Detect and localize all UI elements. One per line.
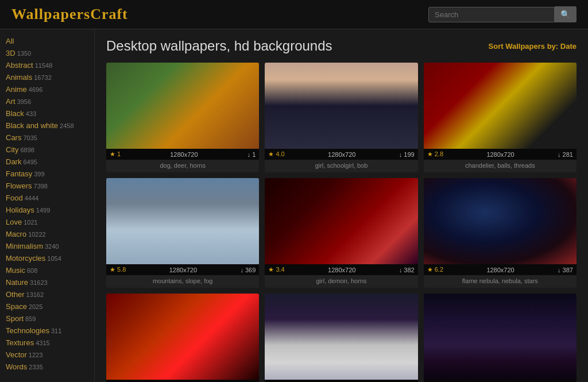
wallpaper-thumb (265, 178, 417, 264)
wallpaper-thumb (424, 294, 577, 380)
sidebar-item-label: Words (6, 362, 27, 371)
gallery-item[interactable]: ★ 5.81280x720↓ 275boy, angel, halo (265, 294, 417, 382)
sidebar-item-count: 6495 (23, 159, 37, 165)
sidebar-item-3d[interactable]: 3D1350 (0, 47, 94, 59)
sidebar-item-label: City (6, 145, 18, 154)
sidebar-item-label: Food (6, 194, 23, 202)
sidebar-item-label: Vector (6, 350, 27, 359)
sidebar-item-macro[interactable]: Macro10222 (0, 228, 94, 240)
sidebar-item-label: Abstract (6, 61, 33, 70)
search-button[interactable]: 🔍 (555, 6, 577, 22)
sidebar-item-blackwhite[interactable]: Black and white2458 (0, 119, 94, 132)
sidebar-item-count: 13162 (26, 291, 44, 298)
gallery-item[interactable]: ★ 11280x720↓ 1dog, deer, horns (106, 63, 259, 172)
search-container: 🔍 (428, 6, 577, 22)
sidebar-item-label: Black (6, 109, 24, 118)
sidebar-item-food[interactable]: Food4444 (0, 192, 94, 204)
wallpaper-thumb (106, 63, 259, 149)
sidebar-item-label: Animals (6, 73, 32, 82)
sidebar-item-all[interactable]: All (0, 35, 94, 47)
sort-value[interactable]: Date (560, 42, 577, 51)
search-input[interactable] (428, 7, 555, 22)
item-description: girl, demon, horns (265, 275, 417, 288)
sidebar-item-nature[interactable]: Nature31623 (0, 276, 94, 288)
item-views: ↓ 387 (558, 267, 573, 273)
sidebar-item-label: Anime (6, 85, 27, 94)
thumb-bg (424, 178, 577, 264)
sidebar-item-vector[interactable]: Vector1223 (0, 349, 94, 361)
sidebar-item-minimalism[interactable]: Minimalism3240 (0, 240, 94, 252)
sidebar-item-other[interactable]: Other13162 (0, 288, 94, 300)
sidebar-item-art[interactable]: Art3956 (0, 95, 94, 107)
gallery-item[interactable]: ★ 4.01280x720↓ 199girl, schoolgirl, bob (265, 63, 417, 172)
gallery-item[interactable]: ★ 5.81280x720↓ 588forest, trees, silhoue… (424, 294, 577, 382)
sidebar-item-dark[interactable]: Dark6495 (0, 156, 94, 168)
thumb-bg (424, 294, 577, 380)
thumb-bg (424, 63, 577, 149)
sidebar-item-textures[interactable]: Textures4315 (0, 337, 94, 349)
thumb-bg (265, 178, 417, 264)
sidebar-item-label: Space (6, 302, 27, 311)
sort-label-text: Sort Wallpapers by: (489, 42, 559, 51)
item-meta: ★ 4.01280x720↓ 199 (265, 149, 417, 160)
item-description: flame nebula, nebula, stars (424, 275, 577, 288)
sidebar-item-animals[interactable]: Animals16732 (0, 71, 94, 83)
item-description: mountains, slope, fog (106, 275, 259, 288)
sidebar-item-motorcycles[interactable]: Motorcycles1054 (0, 252, 94, 264)
gallery-item[interactable]: ★ 6.21280x720↓ 387flame nebula, nebula, … (424, 178, 577, 288)
gallery-item[interactable]: ★ 2.81280x720↓ 281chandelier, balls, thr… (424, 63, 577, 172)
sidebar: All3D1350Abstract11548Animals16732Anime4… (0, 29, 95, 382)
thumb-bg (106, 63, 259, 149)
sidebar-item-count: 2335 (29, 364, 42, 371)
item-rating: ★ 5.8 (110, 266, 126, 273)
item-meta: ★ 5.81280x720↓ 275 (265, 380, 417, 382)
wallpaper-thumb (106, 294, 259, 380)
sidebar-item-sport[interactable]: Sport859 (0, 312, 94, 325)
wallpaper-thumb (265, 63, 417, 149)
sidebar-item-count: 1054 (47, 255, 61, 262)
sidebar-item-flowers[interactable]: Flowers7398 (0, 180, 94, 192)
header: WallpapersCraft 🔍 (0, 0, 588, 29)
sidebar-item-count: 2025 (29, 303, 42, 310)
gallery-item[interactable]: ★ 3.41280x720↓ 382girl, demon, horns (265, 178, 417, 288)
sidebar-item-city[interactable]: City6898 (0, 144, 94, 156)
sidebar-item-label: Holidays (6, 206, 34, 214)
item-views: ↓ 382 (399, 267, 415, 273)
item-resolution: 1280x720 (170, 151, 198, 158)
sidebar-item-fantasy[interactable]: Fantasy399 (0, 168, 94, 180)
sidebar-item-count: 1021 (24, 219, 37, 226)
sidebar-item-black[interactable]: Black433 (0, 107, 94, 119)
sidebar-item-count: 2458 (60, 122, 74, 129)
sidebar-item-abstract[interactable]: Abstract11548 (0, 59, 94, 71)
gallery-item[interactable]: ★ 4.01280x720↓ 472poinsettia, flowers, l… (106, 294, 259, 382)
sidebar-item-love[interactable]: Love1021 (0, 216, 94, 228)
sidebar-item-count: 6898 (20, 146, 34, 153)
item-rating: ★ 3.4 (268, 266, 284, 273)
sort-info: Sort Wallpapers by: Date (489, 42, 577, 51)
item-rating: ★ 6.2 (427, 266, 443, 273)
sidebar-item-count: 16732 (34, 74, 52, 81)
main-content: Desktop wallpapers, hd backgrounds Sort … (95, 29, 588, 382)
sidebar-item-cars[interactable]: Cars7035 (0, 132, 94, 144)
wallpaper-thumb (106, 178, 259, 264)
sidebar-item-words[interactable]: Words2335 (0, 361, 94, 373)
main-header: Desktop wallpapers, hd backgrounds Sort … (106, 38, 577, 54)
gallery: ★ 11280x720↓ 1dog, deer, horns★ 4.01280x… (106, 63, 577, 382)
sidebar-item-space[interactable]: Space2025 (0, 300, 94, 312)
sidebar-item-technologies[interactable]: Technologies311 (0, 325, 94, 337)
sidebar-item-count: 311 (51, 327, 61, 334)
sidebar-item-label: Art (6, 97, 16, 106)
sidebar-item-count: 11548 (35, 62, 53, 69)
sidebar-item-count: 4444 (25, 195, 38, 202)
sidebar-item-music[interactable]: Music608 (0, 264, 94, 276)
site-logo[interactable]: WallpapersCraft (11, 6, 128, 23)
sidebar-item-label: Minimalism (6, 242, 43, 250)
sidebar-item-holidays[interactable]: Holidays1499 (0, 204, 94, 216)
sidebar-item-anime[interactable]: Anime4696 (0, 83, 94, 95)
sidebar-item-count: 859 (25, 315, 36, 322)
gallery-item[interactable]: ★ 5.81280x720↓ 369mountains, slope, fog (106, 178, 259, 288)
sidebar-item-label: Cars (6, 133, 21, 142)
sort-label: Sort Wallpapers by: Date (489, 42, 577, 51)
item-resolution: 1280x720 (328, 151, 355, 158)
item-meta: ★ 2.81280x720↓ 281 (424, 149, 577, 160)
